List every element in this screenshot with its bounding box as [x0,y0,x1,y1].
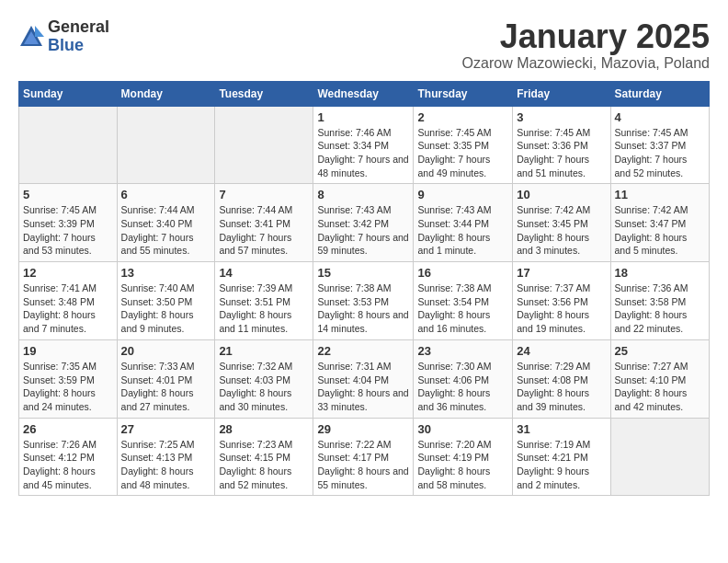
day-number: 23 [417,344,508,358]
day-number: 8 [317,188,409,201]
day-number: 4 [615,110,705,124]
day-info: Sunrise: 7:40 AM Sunset: 3:50 PM Dayligh… [121,282,211,336]
cell-w5-d5: 30Sunrise: 7:20 AM Sunset: 4:19 PM Dayli… [414,418,513,496]
cell-w5-d3: 28Sunrise: 7:23 AM Sunset: 4:15 PM Dayli… [215,418,313,496]
day-number: 24 [517,344,606,358]
day-number: 6 [121,188,211,201]
day-number: 14 [219,266,309,280]
day-number: 18 [615,266,705,280]
day-number: 16 [417,266,508,280]
day-number: 29 [317,422,409,436]
day-info: Sunrise: 7:44 AM Sunset: 3:40 PM Dayligh… [121,203,211,258]
day-number: 15 [317,266,409,280]
cell-w5-d2: 27Sunrise: 7:25 AM Sunset: 4:13 PM Dayli… [117,418,215,496]
day-info: Sunrise: 7:45 AM Sunset: 3:39 PM Dayligh… [23,203,113,258]
header-monday: Monday [117,81,215,106]
header-saturday: Saturday [610,81,709,106]
cell-w1-d4: 1Sunrise: 7:46 AM Sunset: 3:34 PM Daylig… [313,106,414,184]
day-info: Sunrise: 7:41 AM Sunset: 3:48 PM Dayligh… [23,282,113,336]
day-info: Sunrise: 7:45 AM Sunset: 3:36 PM Dayligh… [517,126,606,180]
header-wednesday: Wednesday [313,81,414,106]
day-number: 26 [23,422,113,436]
cell-w1-d5: 2Sunrise: 7:45 AM Sunset: 3:35 PM Daylig… [414,106,513,184]
day-info: Sunrise: 7:33 AM Sunset: 4:01 PM Dayligh… [121,360,211,414]
day-info: Sunrise: 7:35 AM Sunset: 3:59 PM Dayligh… [23,360,113,414]
day-info: Sunrise: 7:39 AM Sunset: 3:51 PM Dayligh… [219,282,309,336]
day-info: Sunrise: 7:45 AM Sunset: 3:37 PM Dayligh… [615,126,705,180]
day-info: Sunrise: 7:45 AM Sunset: 3:35 PM Dayligh… [417,126,508,180]
cell-w1-d1 [19,106,118,184]
day-info: Sunrise: 7:43 AM Sunset: 3:44 PM Dayligh… [417,203,508,258]
day-info: Sunrise: 7:32 AM Sunset: 4:03 PM Dayligh… [219,360,309,414]
cell-w4-d5: 23Sunrise: 7:30 AM Sunset: 4:06 PM Dayli… [414,339,513,418]
cell-w2-d2: 6Sunrise: 7:44 AM Sunset: 3:40 PM Daylig… [117,184,215,262]
day-number: 28 [219,422,309,436]
logo-blue: Blue [48,37,109,55]
cell-w2-d7: 11Sunrise: 7:42 AM Sunset: 3:47 PM Dayli… [610,184,709,262]
day-info: Sunrise: 7:20 AM Sunset: 4:19 PM Dayligh… [417,438,508,492]
cell-w1-d2 [117,106,215,184]
cell-w1-d3 [215,106,313,184]
day-info: Sunrise: 7:25 AM Sunset: 4:13 PM Dayligh… [121,438,211,492]
title-section: January 2025 Ozarow Mazowiecki, Mazovia,… [462,18,710,72]
cell-w5-d4: 29Sunrise: 7:22 AM Sunset: 4:17 PM Dayli… [313,418,414,496]
day-number: 3 [517,110,606,124]
cell-w3-d1: 12Sunrise: 7:41 AM Sunset: 3:48 PM Dayli… [19,262,118,340]
week-row-2: 5Sunrise: 7:45 AM Sunset: 3:39 PM Daylig… [19,184,710,262]
day-number: 1 [317,110,409,124]
day-info: Sunrise: 7:30 AM Sunset: 4:06 PM Dayligh… [417,360,508,414]
week-row-1: 1Sunrise: 7:46 AM Sunset: 3:34 PM Daylig… [19,106,710,184]
day-info: Sunrise: 7:38 AM Sunset: 3:54 PM Dayligh… [417,282,508,336]
cell-w3-d6: 17Sunrise: 7:37 AM Sunset: 3:56 PM Dayli… [513,262,610,340]
day-number: 13 [121,266,211,280]
day-info: Sunrise: 7:36 AM Sunset: 3:58 PM Dayligh… [615,282,705,336]
day-number: 20 [121,344,211,358]
day-info: Sunrise: 7:42 AM Sunset: 3:47 PM Dayligh… [615,203,705,258]
day-number: 7 [219,188,309,201]
cell-w5-d6: 31Sunrise: 7:19 AM Sunset: 4:21 PM Dayli… [513,418,610,496]
logo-icon [18,24,44,50]
day-info: Sunrise: 7:38 AM Sunset: 3:53 PM Dayligh… [317,282,409,336]
cell-w2-d5: 9Sunrise: 7:43 AM Sunset: 3:44 PM Daylig… [414,184,513,262]
cell-w2-d6: 10Sunrise: 7:42 AM Sunset: 3:45 PM Dayli… [513,184,610,262]
day-number: 10 [517,188,606,201]
week-row-3: 12Sunrise: 7:41 AM Sunset: 3:48 PM Dayli… [19,262,710,340]
cell-w4-d4: 22Sunrise: 7:31 AM Sunset: 4:04 PM Dayli… [313,339,414,418]
svg-marker-2 [35,26,44,37]
day-info: Sunrise: 7:37 AM Sunset: 3:56 PM Dayligh… [517,282,606,336]
calendar-subtitle: Ozarow Mazowiecki, Mazovia, Poland [462,55,710,72]
header-sunday: Sunday [19,81,118,106]
weekday-row: Sunday Monday Tuesday Wednesday Thursday… [19,81,710,106]
day-info: Sunrise: 7:19 AM Sunset: 4:21 PM Dayligh… [517,438,606,492]
day-number: 9 [417,188,508,201]
day-info: Sunrise: 7:43 AM Sunset: 3:42 PM Dayligh… [317,203,409,258]
day-number: 22 [317,344,409,358]
cell-w3-d5: 16Sunrise: 7:38 AM Sunset: 3:54 PM Dayli… [414,262,513,340]
calendar-table: Sunday Monday Tuesday Wednesday Thursday… [18,81,710,497]
day-info: Sunrise: 7:42 AM Sunset: 3:45 PM Dayligh… [517,203,606,258]
cell-w3-d7: 18Sunrise: 7:36 AM Sunset: 3:58 PM Dayli… [610,262,709,340]
day-info: Sunrise: 7:22 AM Sunset: 4:17 PM Dayligh… [317,438,409,492]
cell-w5-d1: 26Sunrise: 7:26 AM Sunset: 4:12 PM Dayli… [19,418,118,496]
calendar-title: January 2025 [462,18,710,55]
cell-w1-d6: 3Sunrise: 7:45 AM Sunset: 3:36 PM Daylig… [513,106,610,184]
cell-w2-d4: 8Sunrise: 7:43 AM Sunset: 3:42 PM Daylig… [313,184,414,262]
cell-w1-d7: 4Sunrise: 7:45 AM Sunset: 3:37 PM Daylig… [610,106,709,184]
cell-w5-d7 [610,418,709,496]
day-number: 27 [121,422,211,436]
day-number: 30 [417,422,508,436]
day-number: 2 [417,110,508,124]
cell-w3-d4: 15Sunrise: 7:38 AM Sunset: 3:53 PM Dayli… [313,262,414,340]
cell-w4-d6: 24Sunrise: 7:29 AM Sunset: 4:08 PM Dayli… [513,339,610,418]
day-number: 21 [219,344,309,358]
day-number: 25 [615,344,705,358]
day-number: 11 [615,188,705,201]
header-thursday: Thursday [414,81,513,106]
day-info: Sunrise: 7:23 AM Sunset: 4:15 PM Dayligh… [219,438,309,492]
cell-w2-d3: 7Sunrise: 7:44 AM Sunset: 3:41 PM Daylig… [215,184,313,262]
day-number: 12 [23,266,113,280]
cell-w2-d1: 5Sunrise: 7:45 AM Sunset: 3:39 PM Daylig… [19,184,118,262]
logo: General Blue [18,18,109,55]
day-number: 5 [23,188,113,201]
day-number: 31 [517,422,606,436]
